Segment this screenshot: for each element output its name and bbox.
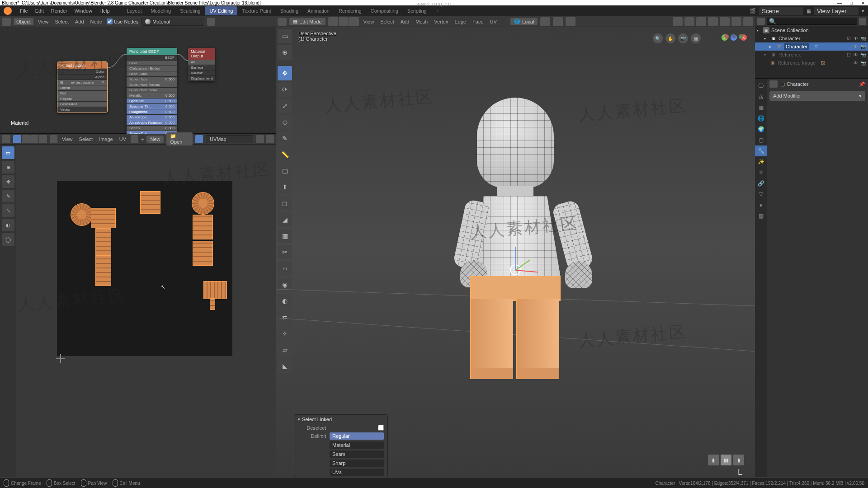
node-input-surface[interactable]: Surface: [188, 65, 215, 70]
exclude-toggle[interactable]: ☐: [845, 52, 852, 58]
add-modifier-dropdown[interactable]: Add Modifier▾: [769, 91, 865, 101]
exclude-toggle[interactable]: ☑: [845, 35, 852, 42]
tab-shading[interactable]: Shading: [276, 6, 303, 15]
outliner-collection-reference[interactable]: ▾ ▣ Reference ☐👁📷: [755, 51, 868, 59]
uv-island[interactable]: [192, 192, 214, 215]
outliner-filter[interactable]: [859, 18, 866, 25]
bsdf-param-subsurface-radius[interactable]: Subsurface Radius: [127, 82, 177, 88]
material-slot-selector[interactable]: Material: [141, 18, 204, 26]
proportional-toggle[interactable]: [566, 17, 576, 26]
prop-editor-type[interactable]: [769, 80, 778, 88]
node-principled-bsdf[interactable]: Principled BSDF BSDF GGXChristensen-Burl…: [127, 48, 177, 142]
orientation-gizmo[interactable]: Z X Y: [722, 34, 749, 61]
uv-sync-button[interactable]: [50, 135, 57, 143]
node-editor[interactable]: Object View Select Add Node Use Nodes Ma…: [0, 16, 276, 134]
vp-menu-uv[interactable]: UV: [488, 19, 499, 24]
shading-solid[interactable]: [720, 17, 730, 26]
tab-modeling[interactable]: Modeling: [146, 6, 176, 15]
outliner-search-input[interactable]: [767, 18, 857, 25]
render-toggle[interactable]: 📷: [860, 60, 866, 66]
bsdf-param-metallic[interactable]: Metallic0.000: [127, 93, 177, 99]
render-toggle[interactable]: 📷: [860, 35, 866, 42]
node-output-alpha[interactable]: Alpha: [57, 75, 107, 80]
vp-tool-knife[interactable]: ✂: [278, 245, 292, 259]
vp-tool-smooth[interactable]: ◐: [278, 294, 292, 308]
uv-island[interactable]: [210, 298, 215, 310]
menu-edit[interactable]: Edit: [32, 8, 47, 14]
shading-rendered[interactable]: [743, 17, 753, 26]
vp-tool-bevel[interactable]: ◢: [278, 212, 292, 227]
tab-scripting[interactable]: Scripting: [403, 6, 431, 15]
uv-tool-grab[interactable]: ◐: [2, 219, 14, 231]
vp-menu-vertex[interactable]: Vertex: [432, 19, 450, 24]
prop-tab-particles[interactable]: ✨: [755, 156, 767, 167]
mode-dropdown[interactable]: ▦Edit Mode: [289, 18, 326, 25]
uv-menu-view[interactable]: View: [60, 136, 75, 142]
uv-island[interactable]: [71, 203, 93, 226]
bsdf-param-subsurface-color[interactable]: Subsurface Color: [127, 88, 177, 93]
uv-island[interactable]: [95, 255, 111, 286]
bsdf-param-specular[interactable]: Specular0.500: [127, 99, 177, 104]
face-select-mode[interactable]: [349, 17, 359, 26]
gizmo-neg-z[interactable]: [731, 34, 736, 39]
vp-tool-extrude[interactable]: ⬆: [278, 180, 292, 194]
pivot-dropdown[interactable]: [540, 17, 550, 26]
prop-tab-render[interactable]: 🖵: [755, 80, 767, 91]
node-menu-node[interactable]: Node: [89, 19, 104, 24]
vp-tool-transform[interactable]: ◇: [278, 115, 292, 129]
node-source[interactable]: Generated: [57, 102, 107, 107]
node-texture-select[interactable]: ▦uv test pattern✕: [57, 80, 107, 85]
uv-tool-pinch[interactable]: ◯: [2, 233, 14, 246]
prop-tab-world[interactable]: 🌍: [755, 124, 767, 135]
uv-island[interactable]: [91, 208, 116, 228]
tab-rendering[interactable]: Rendering: [334, 6, 366, 15]
uv-tool-cursor[interactable]: ⊕: [2, 161, 14, 174]
uv-island[interactable]: [95, 228, 111, 255]
visibility-toggle[interactable]: 👁: [853, 52, 859, 58]
menu-render[interactable]: Render: [47, 8, 71, 14]
bsdf-param-base-color[interactable]: Base Color: [127, 71, 177, 77]
node-menu-view[interactable]: View: [36, 19, 51, 24]
menu-file[interactable]: File: [16, 8, 32, 14]
nav-pan-icon[interactable]: ✋: [665, 33, 675, 43]
outliner[interactable]: ▾▣ Scene Collection ▾ ▣ Character ☑👁📷 ▸ …: [755, 16, 868, 79]
bsdf-param-specular-tint[interactable]: Specular Tint0.000: [127, 104, 177, 109]
vp-tool-scale[interactable]: ⤢: [278, 99, 292, 113]
prop-tab-constraints[interactable]: 🔗: [755, 178, 767, 189]
bsdf-param-subsurface[interactable]: Subsurface0.000: [127, 77, 177, 82]
prop-tab-object[interactable]: ▢: [755, 135, 767, 145]
outliner-collection-character[interactable]: ▾ ▣ Character ☑👁📷: [755, 34, 868, 42]
vp-tool-loop-cut[interactable]: ▥: [278, 229, 292, 243]
shader-mode-dropdown[interactable]: Object: [14, 18, 33, 25]
node-image-texture[interactable]: uv test pattern Color Alpha ▦uv test pat…: [57, 61, 108, 113]
uv-face-select-mode[interactable]: [30, 135, 38, 143]
node-input-volume[interactable]: Volume: [188, 70, 215, 76]
render-toggle[interactable]: 📷: [860, 43, 866, 50]
uv-open-button[interactable]: 📁 Open: [166, 132, 193, 145]
vp-menu-edge[interactable]: Edge: [453, 19, 468, 24]
menu-help[interactable]: Help: [96, 8, 113, 14]
uv-overlays[interactable]: [266, 135, 274, 143]
gizmo-toggle[interactable]: [673, 17, 683, 26]
uv-display-options[interactable]: [256, 135, 264, 143]
character-mesh[interactable]: [434, 98, 597, 378]
uv-editor[interactable]: View Select Image UV + New 📁 Open UVMap …: [0, 134, 276, 477]
pin-icon[interactable]: 📌: [859, 81, 865, 87]
delimit-option-uvs[interactable]: UVs: [330, 469, 384, 476]
prop-tab-output[interactable]: 🖨: [755, 91, 767, 102]
uv-editor-type-dropdown[interactable]: [2, 135, 10, 143]
visibility-toggle[interactable]: 👁: [853, 35, 859, 42]
outliner-display-mode[interactable]: [757, 18, 765, 25]
uv-canvas[interactable]: ↖: [16, 145, 276, 477]
gizmo-neg-x[interactable]: [724, 34, 729, 39]
prop-tab-physics[interactable]: ⚛: [755, 167, 767, 178]
deselect-checkbox[interactable]: [378, 425, 384, 431]
tab-texture-paint[interactable]: Texture Paint: [237, 6, 275, 15]
node-input-displacement[interactable]: Displacement: [188, 76, 215, 81]
close-button[interactable]: ✕: [860, 0, 866, 5]
vp-tool-shrink[interactable]: ✧: [278, 326, 292, 341]
use-nodes-checkbox[interactable]: Use Nodes: [107, 19, 138, 24]
shading-wireframe[interactable]: [708, 17, 718, 26]
uv-edge-select-mode[interactable]: [22, 135, 30, 143]
uv-island[interactable]: [140, 191, 160, 214]
